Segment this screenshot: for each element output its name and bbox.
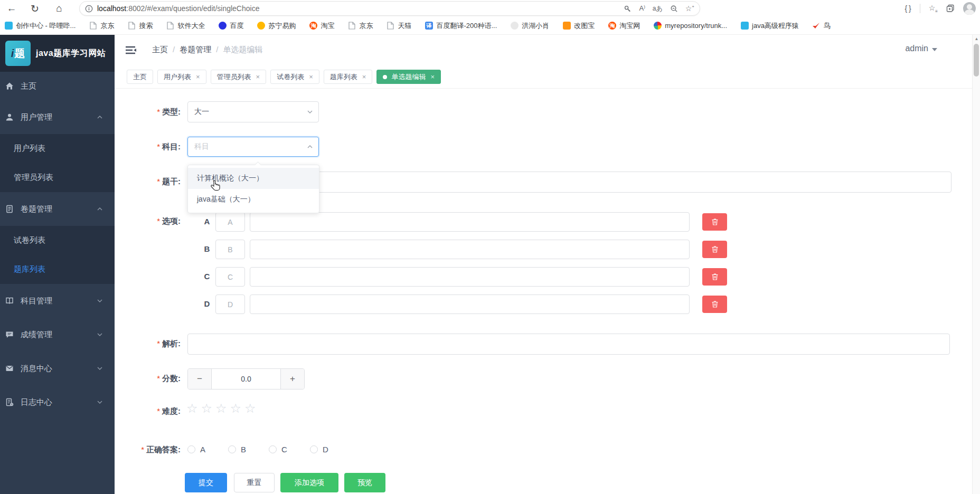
bookmark-honghu[interactable]: 洪湖小肖 — [510, 21, 549, 31]
option-text-input[interactable] — [250, 212, 690, 232]
extensions-icon[interactable]: { } — [905, 4, 911, 13]
tab-试卷列表[interactable]: 试卷列表× — [270, 70, 319, 84]
page-icon — [127, 22, 136, 30]
star-icon[interactable]: ☆ — [230, 401, 245, 415]
bookmark-bird[interactable]: 鸟 — [812, 21, 831, 31]
url-text[interactable]: localhost:8002/#/exam/question/edit/sing… — [97, 4, 259, 13]
sidebar-item-log-center[interactable]: 日志中心 — [0, 385, 115, 419]
delete-option-button[interactable] — [702, 213, 727, 231]
favorite-add-icon[interactable]: ☆+ — [685, 4, 694, 13]
divider — [920, 4, 920, 13]
sidebar-item-admin-list[interactable]: 管理员列表 — [0, 163, 115, 192]
dropdown-option[interactable]: java基础（大一） — [188, 189, 319, 210]
page-scrollbar[interactable]: ▲ — [972, 35, 980, 494]
reset-button[interactable]: 重置 — [234, 473, 275, 492]
favorites-bar-icon[interactable]: ☆≡ — [929, 4, 938, 14]
sidebar-item-score-mgmt[interactable]: 成绩管理 — [0, 318, 115, 352]
answer-radio-A[interactable]: A — [187, 443, 205, 455]
scrollbar-thumb[interactable] — [974, 44, 979, 77]
translate-icon[interactable]: aあ — [653, 4, 663, 13]
scroll-up-arrow-icon[interactable]: ▲ — [973, 35, 980, 43]
collections-icon[interactable] — [946, 4, 955, 13]
sidebar-item-message-center[interactable]: 消息中心 — [0, 352, 115, 385]
bookmark-software[interactable]: 软件大全 — [166, 21, 205, 31]
sidebar-item-user-list[interactable]: 用户列表 — [0, 134, 115, 163]
option-prefix-input[interactable]: D — [215, 294, 245, 314]
tab-label: 单选题编辑 — [391, 72, 426, 82]
collapse-sidebar-icon[interactable] — [124, 44, 137, 56]
bookmark-gaitubao[interactable]: 改图宝 — [562, 21, 595, 31]
add-option-button[interactable]: 添加选项 — [280, 473, 338, 492]
address-bar[interactable]: localhost:8002/#/exam/question/edit/sing… — [79, 1, 700, 16]
sidebar-item-exam-list[interactable]: 试卷列表 — [0, 226, 115, 255]
username: admin — [905, 44, 928, 53]
option-text-input[interactable] — [250, 240, 690, 259]
analysis-input[interactable] — [187, 334, 950, 355]
bookmark-search[interactable]: 搜索 — [127, 21, 153, 31]
increase-button[interactable]: + — [280, 369, 304, 389]
bookmark-jd-2[interactable]: 京东 — [347, 21, 373, 31]
bookmark-java-programmer[interactable]: java高级程序猿 — [740, 21, 799, 31]
option-text-input[interactable] — [250, 267, 690, 287]
tab-管理员列表[interactable]: 管理员列表× — [211, 70, 267, 84]
sidebar-item-question-bank-list[interactable]: 题库列表 — [0, 255, 115, 284]
site-info-icon[interactable] — [85, 5, 93, 13]
home-icon[interactable]: ⌂ — [52, 1, 67, 16]
sidebar-item-home[interactable]: 主页 — [0, 72, 115, 100]
delete-option-button[interactable] — [702, 268, 727, 286]
read-aloud-icon[interactable]: A) — [639, 4, 645, 12]
type-select[interactable]: 大一 — [187, 101, 319, 122]
user-menu[interactable]: admin — [905, 44, 937, 53]
option-prefix-input[interactable]: B — [215, 240, 245, 259]
bookmark-suning[interactable]: 苏宁易购 — [257, 21, 296, 31]
preview-button[interactable]: 预览 — [344, 473, 385, 492]
breadcrumb-item[interactable]: 卷题管理 — [180, 45, 211, 54]
star-icon[interactable]: ☆ — [215, 401, 230, 415]
star-icon[interactable]: ☆ — [244, 401, 259, 415]
close-tab-icon[interactable]: × — [256, 73, 260, 80]
tab-单选题编辑[interactable]: 单选题编辑× — [376, 70, 441, 84]
bookmark-taobao[interactable]: 淘淘宝 — [309, 21, 334, 31]
option-prefix-input[interactable]: C — [215, 267, 245, 287]
zoom-out-icon[interactable] — [670, 5, 678, 13]
close-tab-icon[interactable]: × — [309, 73, 313, 80]
close-tab-icon[interactable]: × — [430, 73, 435, 80]
close-tab-icon[interactable]: × — [196, 73, 200, 80]
chevron-up-icon — [97, 206, 103, 212]
bookmark-taobao-web[interactable]: 淘淘宝网 — [608, 21, 640, 31]
breadcrumb-item[interactable]: 主页 — [152, 45, 168, 54]
close-tab-icon[interactable]: × — [362, 73, 366, 80]
answer-radio-C[interactable]: C — [269, 443, 287, 455]
profile-avatar[interactable] — [963, 2, 976, 15]
key-icon[interactable] — [624, 5, 632, 13]
refresh-icon[interactable]: ↻ — [27, 1, 42, 16]
back-icon[interactable]: ← — [4, 1, 19, 16]
decrease-button[interactable]: − — [188, 369, 212, 389]
answer-radio-B[interactable]: B — [228, 443, 246, 455]
bookmark-baidu-translate[interactable]: 译百度翻译-200种语... — [425, 21, 497, 31]
dropdown-option[interactable]: 计算机概论（大一） — [188, 168, 319, 189]
subject-select[interactable]: 科目 — [187, 137, 319, 157]
tab-主页[interactable]: 主页 — [127, 70, 153, 84]
delete-option-button[interactable] — [702, 241, 727, 258]
difficulty-label: *难度: — [101, 406, 181, 416]
answer-radio-D[interactable]: D — [310, 443, 328, 455]
delete-option-button[interactable] — [702, 296, 727, 313]
tab-用户列表[interactable]: 用户列表× — [157, 70, 206, 84]
sidebar-item-paper-mgmt[interactable]: 卷题管理 — [0, 192, 115, 226]
bookmark-bilibili-creator[interactable]: 创作中心 - 哔哩哔... — [4, 21, 76, 31]
bookmark-myrepository[interactable]: myrepository/trunk... — [653, 22, 727, 30]
submit-button[interactable]: 提交 — [185, 473, 227, 492]
sidebar-item-user-mgmt[interactable]: 用户管理 — [0, 100, 115, 134]
star-icon[interactable]: ☆ — [186, 401, 201, 415]
bookmark-jd-1[interactable]: 京东 — [89, 21, 114, 31]
bookmark-baidu[interactable]: 百度 — [218, 21, 243, 31]
difficulty-rating[interactable]: ☆☆☆☆☆ — [186, 401, 259, 416]
option-prefix-input[interactable]: A — [215, 212, 245, 232]
bookmark-tmall[interactable]: 天猫 — [386, 21, 411, 31]
sidebar-item-subject-mgmt[interactable]: 科目管理 — [0, 284, 115, 318]
tab-题库列表[interactable]: 题库列表× — [324, 70, 373, 84]
star-icon[interactable]: ☆ — [201, 401, 216, 415]
score-value[interactable]: 0.0 — [212, 369, 280, 389]
option-text-input[interactable] — [250, 294, 690, 314]
